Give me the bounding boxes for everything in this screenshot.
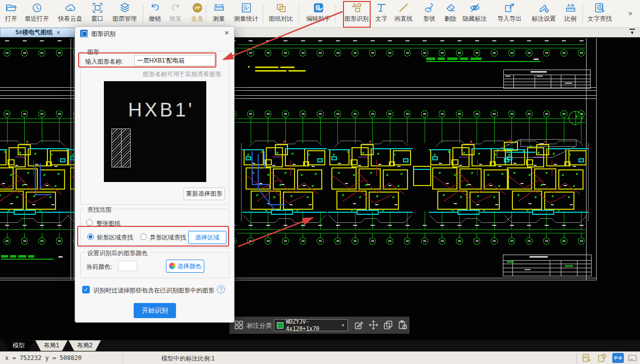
move-icon[interactable]: [368, 320, 379, 330]
status-divider: [123, 353, 123, 363]
copy-icon[interactable]: [383, 320, 393, 330]
text-icon: [376, 2, 387, 14]
radio-irregular-region[interactable]: [140, 233, 147, 240]
toolbar-undo[interactable]: 撤销: [144, 2, 166, 26]
drawing-compare-icon: [275, 2, 287, 14]
toolbar-shape[interactable]: 形状: [418, 2, 440, 26]
dialog-titlebar[interactable]: 图形识别 ×: [75, 27, 234, 40]
toolbar-open-label: 打开: [0, 15, 22, 23]
start-recognition-button[interactable]: 开始识别: [134, 303, 176, 318]
window-restore-icon[interactable]: [627, 353, 637, 363]
radio-irregular-region-label[interactable]: 异形区域查找: [150, 233, 186, 242]
text-search-icon: [594, 2, 606, 14]
range-group-legend: 查找范围: [85, 206, 113, 214]
toolbar-separator: [335, 5, 335, 23]
toolbar-draw-line[interactable]: 画直线: [391, 2, 416, 26]
toolbar-layer-manager[interactable]: 图层管理: [110, 2, 139, 26]
toolbar-scale[interactable]: 比例: [559, 2, 581, 26]
toolbar-overflow-chevron[interactable]: »: [628, 9, 632, 17]
graphic-name-input[interactable]: 一层HXB1'配电箱: [134, 55, 215, 66]
vip-icon: [192, 2, 203, 14]
radio-rect-region[interactable]: [87, 233, 94, 240]
pdf-share-icon[interactable]: [597, 353, 607, 363]
tab-layout1[interactable]: 布局1: [35, 340, 68, 351]
open-icon: [6, 2, 17, 14]
toolbar-annotation-settings[interactable]: 标注设置: [530, 2, 558, 26]
graphic-name-hint: 图形名称可用于后期查看图形: [75, 70, 221, 79]
toolbar-edit-assistant[interactable]: 编辑助手: [304, 2, 332, 26]
tab-layout2[interactable]: 布局2: [69, 340, 101, 351]
page-badge[interactable]: P-0: [612, 353, 624, 363]
toolbar-text[interactable]: 文字: [370, 2, 392, 26]
shape-icon: [424, 2, 435, 14]
top-toolbar: 打开 最近打开 快看云盘 窗口 图层管理 撤销 恢复 会员 测量 测量统计 图纸…: [0, 0, 640, 28]
toolbar-separator: [143, 5, 143, 23]
tab-model[interactable]: 模型: [3, 340, 34, 351]
annotation-type-value: WDZYJV-4x120+1x70: [286, 318, 341, 332]
status-divider: [576, 353, 577, 363]
dialog-title: 图形识别: [91, 30, 115, 38]
toolbar-measure-stats[interactable]: 测量统计: [232, 2, 260, 26]
toolbar-window[interactable]: 窗口: [86, 2, 108, 26]
toolbar-open[interactable]: 打开: [0, 2, 22, 26]
radio-whole-drawing-label[interactable]: 整张图纸: [96, 219, 121, 228]
edit-icon[interactable]: [354, 320, 364, 330]
toolbar-text-search[interactable]: 文字查找: [586, 2, 614, 26]
reselect-graphic-button[interactable]: 重新选择图形: [184, 188, 225, 200]
annotation-type-dropdown[interactable]: WDZYJV-4x120+1x70 ▼: [274, 319, 348, 331]
scale-icon: [565, 2, 576, 14]
layers-icon: [119, 2, 131, 14]
tab-list-caret-icon[interactable]: ▼: [629, 29, 635, 35]
filter-checkbox[interactable]: ✓: [82, 286, 90, 293]
toolbar-recent-open[interactable]: 最近打开: [23, 2, 51, 26]
toolbar-separator: [206, 5, 206, 23]
toolbar-shape-recognition[interactable]: 图形识别: [342, 2, 371, 26]
shape-recognition-icon: [351, 2, 363, 14]
toolbar-separator: [299, 5, 299, 23]
filter-checkbox-label[interactable]: 识别时过滤掉那些包含在已识别图形中的图形: [93, 286, 214, 295]
toolbar-measure[interactable]: 测量: [208, 2, 230, 26]
graphic-name-label: 输入图形名称:: [85, 57, 123, 66]
measure-stats-icon: [241, 2, 252, 14]
eraser-icon: [445, 2, 456, 14]
paste-icon[interactable]: [397, 320, 408, 330]
radio-rect-region-label[interactable]: 矩形区域查找: [97, 233, 133, 242]
document-tab-title: 5#楼电气图纸: [16, 28, 52, 37]
toolbar-drawing-compare[interactable]: 图纸对比: [267, 2, 295, 26]
application-window: 打开 最近打开 快看云盘 窗口 图层管理 撤销 恢复 会员 测量 测量统计 图纸…: [0, 0, 640, 364]
radio-whole-drawing[interactable]: [86, 219, 93, 226]
window-select-icon: [92, 2, 103, 14]
cursor-coordinates: x = 752232 y = 508820: [5, 354, 82, 361]
preview-symbol-text: HXB1': [128, 99, 195, 121]
current-color-swatch: [118, 261, 137, 271]
annotation-scale-text: 模型中的标注比例:1: [161, 354, 215, 363]
toolbar-separator: [263, 5, 263, 23]
edit-assistant-icon: [313, 2, 324, 14]
graphic-preview: HXB1': [104, 81, 206, 182]
tab-close-icon[interactable]: ×: [56, 30, 60, 36]
toolbar-delete[interactable]: 删除: [439, 2, 461, 26]
pdf-export-icon[interactable]: [581, 353, 592, 363]
document-tab[interactable]: 5#楼电气图纸 ×: [0, 28, 76, 37]
preview-hatch-rect: [111, 129, 131, 167]
color-group-legend: 设置识别后的图形颜色: [85, 249, 150, 258]
dialog-close-icon[interactable]: ×: [224, 28, 229, 37]
toolbar-redo[interactable]: 恢复: [164, 2, 187, 26]
help-icon[interactable]: ?: [217, 285, 225, 293]
pick-color-button[interactable]: 选择颜色: [166, 260, 204, 273]
graphic-group-legend: 图形: [85, 48, 101, 56]
hide-annotation-icon: [469, 2, 481, 14]
grid-icon[interactable]: [234, 320, 244, 330]
toolbar-cloud-drive[interactable]: 快看云盘: [56, 2, 84, 26]
toolbar-import-export[interactable]: 导入导出: [495, 2, 523, 26]
toolbar-hide-annotation[interactable]: 隐藏标注: [460, 2, 489, 26]
recent-icon: [31, 2, 43, 14]
redo-icon: [170, 2, 182, 14]
measure-icon: [213, 2, 225, 14]
current-color-label: 当前颜色:: [86, 263, 112, 271]
shape-recognition-dialog: 图形识别 × 图形 输入图形名称: 一层HXB1'配电箱 图形名称可用于后期查看…: [75, 26, 235, 323]
toolbar-vip[interactable]: 会员: [186, 2, 208, 26]
annotation-toolbar: 标注分类 WDZYJV-4x120+1x70 ▼: [229, 317, 410, 334]
select-area-button[interactable]: 选择区域: [188, 231, 226, 244]
classify-label: 标注分类: [247, 322, 272, 330]
